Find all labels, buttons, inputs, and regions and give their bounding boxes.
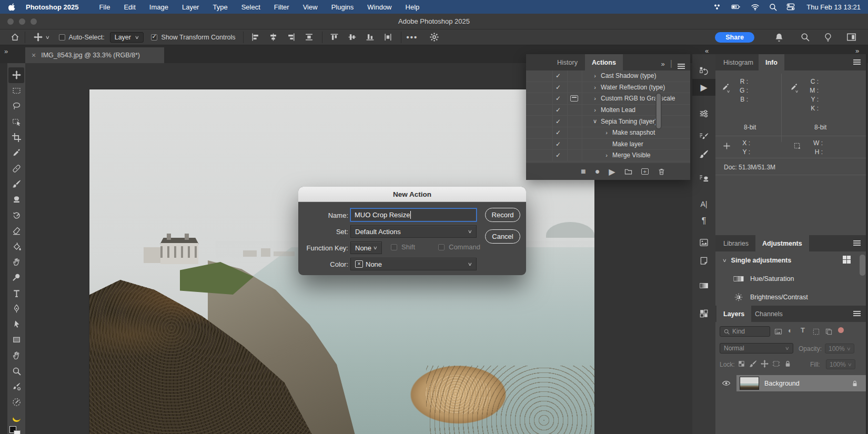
menu-edit[interactable]: Edit [124,3,135,11]
document-tab[interactable]: × IMG_8543.jpg @ 33.3% (RGB/8*) [25,47,164,63]
tab-info[interactable]: Info [759,54,784,70]
action-row[interactable]: ✓›Water Reflection (type) [526,82,690,94]
action-check-icon[interactable]: ✓ [556,106,561,114]
strip-history-icon[interactable] [692,63,715,79]
action-expand-icon[interactable]: › [592,95,598,102]
align-left-icon[interactable] [251,33,260,42]
tool-healing-brush[interactable] [7,161,25,177]
tool-eyedropper[interactable] [7,145,25,161]
align-center-h-icon[interactable] [269,33,278,42]
action-expand-icon[interactable]: › [604,152,609,158]
show-transform-checkbox[interactable] [151,34,157,41]
menu-window[interactable]: Window [367,3,391,11]
distribute-v-icon[interactable] [383,33,392,42]
tool-mixer-brush[interactable] [7,379,25,395]
actions-scrollbar[interactable] [655,93,662,129]
auto-select-target-dropdown[interactable]: Layer∨ [110,32,144,43]
control-center-icon[interactable] [786,3,795,11]
tab-adjustments[interactable]: Adjustments [755,235,809,251]
macos-extras-icon[interactable] [713,3,721,11]
tab-layers[interactable]: Layers [716,306,751,322]
workspace-gear-icon[interactable] [429,32,439,42]
strip-clone-source-icon[interactable] [692,170,715,187]
strip-character-icon[interactable]: A| [692,196,715,213]
action-expand-icon[interactable]: ∨ [592,118,598,125]
action-check-icon[interactable]: ✓ [556,129,561,136]
tool-brush[interactable] [7,176,25,192]
opacity-field[interactable]: 100%∨ [825,344,854,354]
action-row[interactable]: ✓›Merge Visible [526,150,690,162]
action-set-dropdown[interactable]: Default Actions∨ [350,225,477,238]
menu-filter[interactable]: Filter [274,3,289,11]
action-row[interactable]: ✓›Cast Shadow (type) [526,70,690,82]
single-adjustments-group[interactable]: ∨ Single adjustments [723,257,791,264]
new-action-set-folder-icon[interactable] [624,168,632,176]
cancel-button[interactable]: Cancel [485,229,520,244]
record-button[interactable]: Record [485,208,520,222]
menubar-clock[interactable]: Thu Feb 13 13:21 [806,3,861,11]
actions-panel-menu-icon[interactable] [678,64,685,65]
menu-layer[interactable]: Layer [182,3,199,11]
tool-history-brush[interactable] [7,207,25,223]
wifi-icon[interactable] [751,3,760,11]
tool-type[interactable] [7,285,25,301]
panels-collapse-icon[interactable]: » [855,47,859,55]
strip-paragraph-icon[interactable]: ¶ [692,213,715,229]
menu-view[interactable]: View [303,3,318,11]
align-right-icon[interactable] [287,33,296,42]
adjustments-panel-menu-icon[interactable] [853,240,861,241]
filter-type-layers-icon[interactable]: T [801,326,805,334]
action-expand-icon[interactable]: › [592,84,598,90]
tool-remove-tool[interactable] [7,394,25,410]
filter-shape-layers-icon[interactable] [812,328,820,336]
tab-histogram[interactable]: Histogram [716,54,760,70]
tool-paint-bucket[interactable] [7,239,25,255]
lock-transparency-icon[interactable] [738,360,745,368]
tool-pen[interactable] [7,301,25,317]
lock-artboard-icon[interactable] [772,360,780,368]
adjustment-brightness-contrast[interactable]: Brightness/Contrast [733,293,808,301]
shift-checkbox[interactable] [391,243,397,253]
action-check-icon[interactable]: ✓ [556,84,561,91]
action-row[interactable]: ✓Make layer [526,139,690,150]
spotlight-icon[interactable] [769,3,777,11]
search-icon[interactable] [801,33,810,42]
stop-recording-icon[interactable]: ■ [581,167,586,176]
tool-crop[interactable] [7,129,25,145]
menu-image[interactable]: Image [149,3,168,11]
adjustments-scrollbar[interactable] [860,255,865,276]
fill-field[interactable]: 100%∨ [826,359,855,369]
strip-gradients-icon[interactable] [692,277,715,294]
action-check-icon[interactable]: ✓ [556,152,561,159]
battery-icon[interactable] [731,3,741,11]
action-row[interactable]: ✓›Make snapshot [526,127,690,139]
tool-rectangle[interactable] [7,332,25,348]
action-row[interactable]: ✓›Custom RGB to Grayscale [526,93,690,105]
strip-libraries-icon[interactable] [692,234,715,251]
share-button[interactable]: Share [715,32,754,43]
action-check-icon[interactable]: ✓ [556,72,561,79]
action-color-dropdown[interactable]: × None∨ [350,258,477,270]
icon-strip-collapse-icon[interactable]: « [705,47,709,55]
layer-filter-search[interactable]: Kind [720,326,770,337]
tool-smudge[interactable] [7,254,25,270]
action-check-icon[interactable]: ✓ [556,118,561,125]
strip-actions-icon[interactable]: ▶ [692,79,715,96]
tab-channels[interactable]: Channels [748,306,790,322]
tool-hand[interactable] [7,348,25,364]
begin-recording-icon[interactable]: ● [595,167,600,176]
notifications-bell-icon[interactable] [774,33,784,42]
background-layer-row[interactable]: Background [736,375,866,391]
menu-file[interactable]: File [99,3,110,11]
info-panel-menu-icon[interactable] [853,59,861,60]
tool-marquee[interactable] [7,83,25,99]
command-checkbox[interactable] [438,243,445,253]
discover-bulb-icon[interactable] [823,33,833,42]
cmyk-eyedropper-icon[interactable]: ∨ [790,83,798,91]
filter-toggle-icon[interactable] [838,327,844,333]
layer-visibility-eye-icon[interactable] [722,379,731,388]
action-row[interactable]: ✓∨Sepia Toning (layer) [526,116,690,127]
rgb-eyedropper-icon[interactable]: ∨ [722,83,730,91]
filter-pixel-layers-icon[interactable] [774,328,782,336]
lock-pixels-icon[interactable] [749,360,757,368]
